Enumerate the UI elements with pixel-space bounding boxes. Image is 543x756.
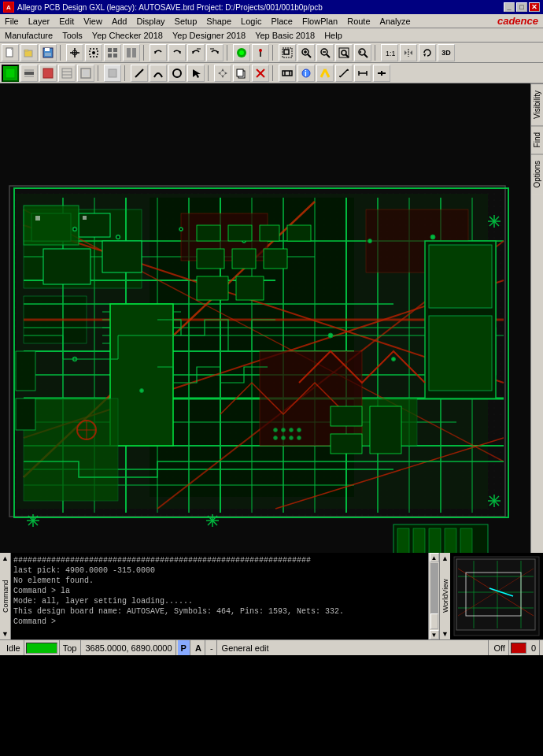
worldview-canvas[interactable] bbox=[450, 553, 543, 639]
zoom-out-button[interactable] bbox=[316, 44, 334, 61]
crosshair-button[interactable] bbox=[66, 44, 83, 61]
3d-button[interactable]: 3D bbox=[438, 44, 455, 61]
tb-btn-4[interactable] bbox=[123, 44, 140, 61]
draw-circle-button[interactable] bbox=[168, 65, 186, 82]
mirror-button[interactable] bbox=[400, 44, 417, 61]
layer-inner-button[interactable] bbox=[20, 65, 38, 82]
a-indicator[interactable]: A bbox=[192, 640, 205, 655]
open-button[interactable] bbox=[20, 44, 38, 61]
console-down-arrow[interactable]: ▼ bbox=[0, 628, 10, 639]
snap-button[interactable] bbox=[85, 44, 102, 61]
layer-btn5[interactable] bbox=[77, 65, 94, 82]
menu-yep-basic[interactable]: Yep Basic 2018 bbox=[250, 28, 320, 42]
scrollbar-down-button[interactable]: ▼ bbox=[430, 630, 439, 639]
menu-route[interactable]: Route bbox=[342, 14, 375, 28]
menu-setup[interactable]: Setup bbox=[170, 14, 202, 28]
console-line-2: No element found. bbox=[13, 576, 426, 586]
rotate-button[interactable] bbox=[419, 44, 436, 61]
menu-edit[interactable]: Edit bbox=[54, 14, 79, 28]
tb2-end2[interactable] bbox=[373, 65, 390, 82]
svg-rect-192 bbox=[287, 225, 311, 241]
layer-top-button[interactable] bbox=[2, 65, 19, 82]
menu-help[interactable]: Help bbox=[320, 28, 347, 42]
svg-rect-68 bbox=[283, 71, 292, 76]
console-output[interactable]: ########################################… bbox=[11, 553, 428, 639]
properties-button[interactable]: i bbox=[297, 65, 315, 82]
tb-btn-5[interactable] bbox=[187, 44, 205, 61]
redo-button[interactable] bbox=[168, 44, 186, 61]
title-bar-text: Allegro PCB Design GXL (legacy): AUTOSAV… bbox=[17, 3, 323, 12]
menu-layer[interactable]: Layer bbox=[24, 14, 55, 28]
tb-btn-6[interactable] bbox=[206, 44, 223, 61]
menu-display[interactable]: Display bbox=[131, 14, 169, 28]
tb2-end1[interactable] bbox=[354, 65, 371, 82]
visibility-tab[interactable]: Visibility bbox=[531, 83, 543, 125]
pcb-canvas[interactable] bbox=[0, 83, 530, 553]
menu-yep-checker[interactable]: Yep Checker 2018 bbox=[87, 28, 168, 42]
menu-view[interactable]: View bbox=[79, 14, 107, 28]
draw-arc-button[interactable] bbox=[150, 65, 167, 82]
menu-place[interactable]: Place bbox=[266, 14, 297, 28]
svg-rect-202 bbox=[429, 245, 492, 308]
menu-yep-designer[interactable]: Yep Designer 2018 bbox=[168, 28, 250, 42]
save-button[interactable] bbox=[39, 44, 57, 61]
menu-logic[interactable]: Logic bbox=[236, 14, 266, 28]
minimize-button[interactable]: _ bbox=[504, 2, 515, 12]
zoom-area-button[interactable] bbox=[279, 44, 296, 61]
layer-bottom-button[interactable] bbox=[39, 65, 57, 82]
svg-point-25 bbox=[239, 50, 244, 55]
edit-mode-status: General edit bbox=[219, 640, 489, 655]
svg-rect-53 bbox=[62, 69, 72, 78]
measure-button[interactable] bbox=[335, 65, 353, 82]
menu-add[interactable]: Add bbox=[107, 14, 132, 28]
options-tab[interactable]: Options bbox=[531, 154, 543, 194]
console-line-6: Command > bbox=[13, 617, 426, 627]
new-button[interactable] bbox=[2, 44, 19, 61]
zoom-ratio-button[interactable]: 1:1 bbox=[381, 44, 398, 61]
move-button[interactable] bbox=[214, 65, 231, 82]
pin-button[interactable] bbox=[252, 44, 269, 61]
p-indicator[interactable]: P bbox=[178, 640, 190, 655]
zoom-in-button[interactable] bbox=[297, 44, 315, 61]
scrollbar-up-button[interactable]: ▲ bbox=[430, 553, 439, 562]
svg-rect-193 bbox=[197, 249, 224, 269]
svg-rect-190 bbox=[228, 225, 252, 241]
close-button[interactable]: ✕ bbox=[529, 2, 540, 12]
undo-button[interactable] bbox=[150, 44, 167, 61]
console-scrollbar: ▲ ▼ bbox=[428, 553, 439, 639]
svg-rect-187 bbox=[445, 528, 456, 553]
menu-file[interactable]: File bbox=[0, 14, 24, 28]
draw-line-button[interactable] bbox=[131, 65, 148, 82]
svg-point-177 bbox=[180, 228, 182, 230]
menu-shape[interactable]: Shape bbox=[201, 14, 236, 28]
status-bar: Idle Top 3685.0000, 6890.0000 P A - Gene… bbox=[0, 639, 543, 655]
zoom-prev-button[interactable] bbox=[354, 44, 371, 61]
menu-analyze[interactable]: Analyze bbox=[375, 14, 416, 28]
stretch-button[interactable] bbox=[279, 65, 296, 82]
layer-btn4[interactable] bbox=[58, 65, 76, 82]
find-tab[interactable]: Find bbox=[531, 125, 543, 154]
maximize-button[interactable]: □ bbox=[516, 2, 527, 12]
console-line-0: ########################################… bbox=[13, 555, 426, 565]
scrollbar-track[interactable] bbox=[430, 563, 438, 629]
wv-down-arrow[interactable]: ▼ bbox=[440, 628, 450, 639]
select-button[interactable] bbox=[187, 65, 205, 82]
svg-rect-159 bbox=[24, 206, 79, 245]
menu-tools[interactable]: Tools bbox=[57, 28, 87, 42]
scrollbar-thumb[interactable] bbox=[430, 613, 438, 629]
highlight-button[interactable] bbox=[233, 44, 250, 61]
wv-up-arrow[interactable]: ▲ bbox=[440, 553, 450, 564]
title-bar: A Allegro PCB Design GXL (legacy): AUTOS… bbox=[0, 0, 543, 14]
delete-button[interactable] bbox=[252, 65, 269, 82]
svg-rect-157 bbox=[24, 398, 118, 501]
menu-flowplan[interactable]: FlowPlan bbox=[297, 14, 342, 28]
console-line-5: This design board name: AUTOSAVE, Symbol… bbox=[13, 606, 426, 617]
highlight2-button[interactable] bbox=[316, 65, 334, 82]
copy-button[interactable] bbox=[233, 65, 250, 82]
void-btn[interactable] bbox=[104, 65, 121, 82]
menu-manufacture[interactable]: Manufacture bbox=[0, 28, 57, 42]
console-up-arrow[interactable]: ▲ bbox=[0, 553, 10, 564]
svg-line-35 bbox=[327, 54, 330, 57]
zoom-fit-button[interactable] bbox=[335, 44, 353, 61]
tb-btn-3[interactable] bbox=[104, 44, 121, 61]
